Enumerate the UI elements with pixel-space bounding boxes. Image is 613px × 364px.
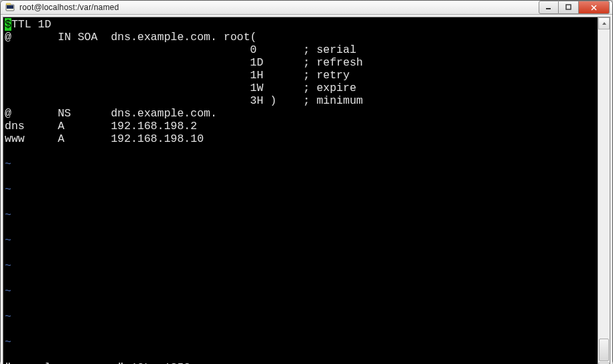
text-line: 1D ; refresh [5, 56, 363, 69]
minimize-button[interactable] [539, 1, 559, 14]
svg-rect-4 [566, 5, 571, 9]
scroll-up-button[interactable] [598, 17, 610, 29]
text-line: 1W ; expire [5, 82, 356, 94]
terminal-container: $TTL 1D @ IN SOA dns.example.com. root( … [3, 17, 610, 364]
vim-tilde: ~ [5, 310, 11, 323]
titlebar[interactable]: root@localhost:/var/named [1, 1, 612, 15]
svg-rect-1 [7, 5, 13, 9]
scrollbar-thumb[interactable] [599, 339, 609, 361]
svg-rect-2 [6, 3, 11, 5]
vim-tilde: ~ [5, 336, 11, 349]
vim-tilde: ~ [5, 183, 11, 196]
window-title: root@localhost:/var/named [19, 3, 539, 12]
text-line: TTL 1D [11, 18, 51, 31]
scrollbar[interactable] [598, 17, 610, 364]
scrollbar-track[interactable] [598, 29, 610, 363]
text-line: @ NS dns.example.com. [5, 107, 217, 120]
vim-status-line: "example.com.zone" 10L, 185C [5, 361, 190, 364]
text-line: 3H ) ; minimum [5, 94, 363, 107]
putty-icon [5, 2, 15, 13]
svg-marker-7 [602, 22, 606, 25]
text-line: 0 ; serial [5, 43, 356, 56]
close-button[interactable] [579, 1, 610, 14]
terminal[interactable]: $TTL 1D @ IN SOA dns.example.com. root( … [3, 17, 598, 364]
cursor: $ [5, 18, 11, 31]
vim-tilde: ~ [5, 285, 11, 298]
text-line: @ IN SOA dns.example.com. root( [5, 31, 257, 43]
text-line: dns A 192.168.198.2 [5, 120, 197, 132]
window-controls [539, 1, 610, 14]
vim-tilde: ~ [5, 209, 11, 221]
vim-tilde: ~ [5, 158, 11, 171]
text-line: 1H ; retry [5, 69, 350, 82]
client-area: $TTL 1D @ IN SOA dns.example.com. root( … [1, 15, 612, 364]
vim-tilde: ~ [5, 260, 11, 272]
text-line: www A 192.168.198.10 [5, 132, 204, 145]
window-frame: root@localhost:/var/named $TTL 1D @ IN S… [0, 0, 613, 364]
maximize-button[interactable] [559, 1, 579, 14]
vim-tilde: ~ [5, 234, 11, 247]
